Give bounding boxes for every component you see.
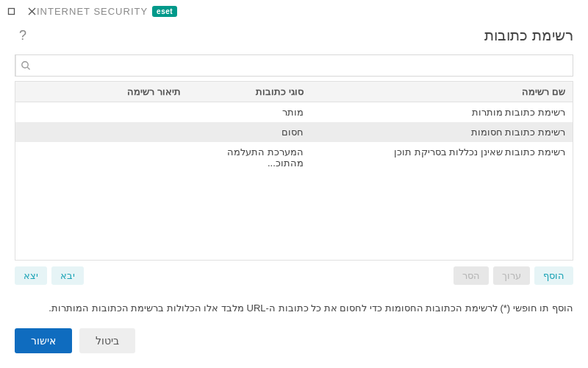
search-icon[interactable] (15, 55, 35, 76)
cell-name: רשימת כתובות חסומות (311, 122, 573, 142)
svg-rect-0 (8, 8, 14, 14)
remove-button[interactable]: הסר (453, 266, 489, 285)
table-row[interactable]: רשימת כתובות שאינן נכללות בסריקת תוכן המ… (15, 142, 573, 173)
brand-product: INTERNET SECURITY (37, 6, 148, 17)
cell-desc (15, 122, 188, 142)
cell-name: רשימת כתובות מותרות (311, 102, 573, 122)
export-button[interactable]: יצא (15, 266, 47, 285)
search-bar (15, 54, 573, 77)
cell-type: מותר (188, 102, 311, 122)
close-icon[interactable] (26, 6, 37, 16)
maximize-icon[interactable] (6, 6, 16, 16)
cell-type: חסום (188, 122, 311, 142)
add-button[interactable]: הוסף (534, 266, 573, 285)
cell-name: רשימת כתובות שאינן נכללות בסריקת תוכן (311, 142, 573, 173)
page-title: רשימת כתובות (31, 26, 573, 44)
brand: eset INTERNET SECURITY (37, 6, 177, 17)
cancel-button[interactable]: ביטול (79, 328, 135, 353)
cell-type: המערכת התעלמה מהתוכ... (188, 142, 311, 173)
table-header: שם רשימה סוגי כתובות תיאור רשימה (15, 82, 573, 102)
cell-desc (15, 142, 188, 173)
ok-button[interactable]: אישור (15, 328, 72, 353)
col-type-header[interactable]: סוגי כתובות (188, 82, 311, 102)
col-desc-header[interactable]: תיאור רשימה (15, 82, 188, 102)
help-icon[interactable]: ? (15, 27, 31, 43)
edit-button[interactable]: ערוך (493, 266, 530, 285)
svg-point-1 (21, 62, 27, 68)
table-row[interactable]: רשימת כתובות חסומות חסום (15, 122, 573, 142)
hint-text: הוסף תו חופשי (*) לרשימת הכתובות החסומות… (0, 292, 588, 319)
svg-line-2 (27, 67, 29, 69)
cell-desc (15, 102, 188, 122)
col-name-header[interactable]: שם רשימה (311, 82, 573, 102)
address-list-table: שם רשימה סוגי כתובות תיאור רשימה רשימת כ… (15, 81, 573, 261)
search-input[interactable] (35, 55, 573, 76)
brand-badge: eset (152, 6, 177, 17)
import-button[interactable]: יבא (51, 266, 84, 285)
table-row[interactable]: רשימת כתובות מותרות מותר (15, 102, 573, 122)
